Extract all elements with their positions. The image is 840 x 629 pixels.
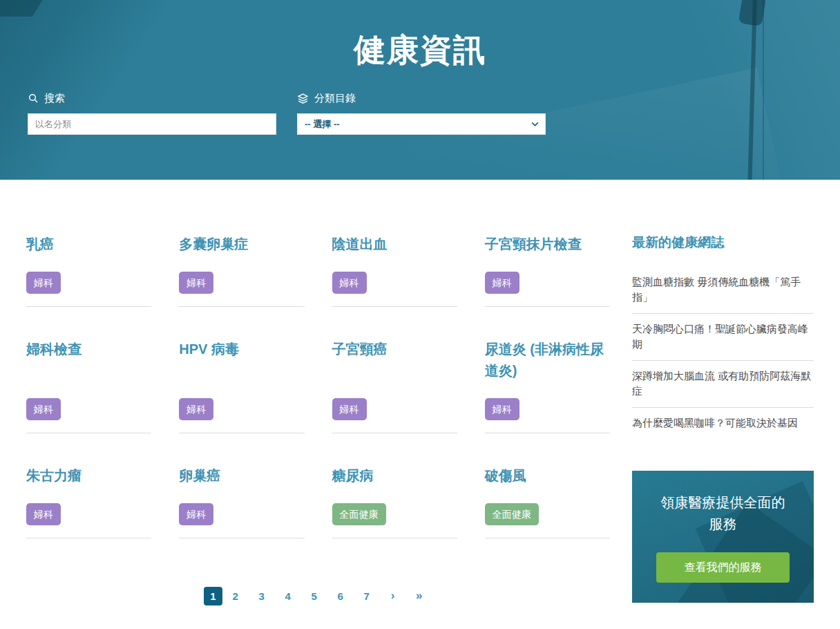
article-title-link[interactable]: 破傷風 (485, 465, 610, 487)
article-title-link[interactable]: 朱古力瘤 (26, 465, 151, 487)
blog-post-link[interactable]: 深蹲增加大腦血流 或有助預防阿茲海默症 (632, 360, 814, 407)
pagination-page-5[interactable]: 5 (301, 585, 327, 606)
category-badge[interactable]: 婦科 (485, 272, 519, 294)
card-divider (26, 433, 151, 433)
category-badge[interactable]: 全面健康 (332, 503, 386, 525)
article-card: 子宮頸抹片檢查 婦科 (485, 234, 610, 307)
pagination-next-button[interactable]: › (380, 585, 406, 606)
card-divider (332, 306, 457, 307)
article-card: 尿道炎 (非淋病性尿道炎) 婦科 (485, 339, 610, 433)
layers-icon (297, 93, 309, 104)
category-badge[interactable]: 婦科 (179, 272, 213, 294)
search-label: 搜索 (44, 92, 65, 105)
search-label-row: 搜索 (28, 91, 276, 106)
article-card: 多囊卵巢症 婦科 (179, 234, 304, 307)
card-divider (485, 306, 610, 307)
category-badge[interactable]: 婦科 (332, 398, 367, 420)
hero-photo-shape (0, 0, 45, 17)
article-card: 陰道出血 婦科 (332, 234, 457, 307)
hero-photo-shape (591, 0, 840, 180)
category-badge[interactable]: 婦科 (26, 503, 61, 525)
search-group: 搜索 (28, 91, 276, 135)
pagination-page-1-active[interactable]: 1 (204, 585, 222, 606)
pagination-page-2[interactable]: 2 (222, 585, 249, 606)
category-select[interactable]: -- 選擇 -- (297, 113, 546, 135)
blog-post-list: 監測血糖指數 毋須傳統血糖機「篤手指」 天冷胸悶心口痛！聖誕節心臟病發高峰期 深… (632, 267, 814, 439)
view-services-button[interactable]: 查看我們的服務 (656, 552, 790, 583)
article-title-link[interactable]: 糖尿病 (332, 465, 457, 487)
card-divider (26, 306, 151, 307)
hero-photo-shape (738, 0, 766, 26)
pagination-last-button[interactable]: » (406, 585, 432, 606)
page-title: 健康資訊 (0, 29, 840, 72)
page-body: 乳癌 婦科 多囊卵巢症 婦科 陰道出血 婦科 子宮頸抹片檢查 婦科 婦科檢查 (0, 234, 840, 606)
article-card: 糖尿病 全面健康 (332, 465, 457, 538)
search-input[interactable] (28, 113, 276, 135)
category-badge[interactable]: 婦科 (26, 398, 61, 420)
category-badge[interactable]: 婦科 (26, 272, 61, 294)
pagination-page-3[interactable]: 3 (249, 585, 275, 606)
article-title-link[interactable]: HPV 病毒 (179, 339, 304, 382)
blog-post-link[interactable]: 監測血糖指數 毋須傳統血糖機「篤手指」 (632, 267, 814, 313)
hero-photo-shape (0, 0, 191, 180)
pagination-page-4[interactable]: 4 (275, 585, 301, 606)
category-label: 分類目錄 (314, 92, 356, 105)
article-title-link[interactable]: 婦科檢查 (26, 339, 151, 382)
sidebar: 最新的健康網誌 監測血糖指數 毋須傳統血糖機「篤手指」 天冷胸悶心口痛！聖誕節心… (632, 234, 814, 606)
articles-section: 乳癌 婦科 多囊卵巢症 婦科 陰道出血 婦科 子宮頸抹片檢查 婦科 婦科檢查 (26, 234, 610, 606)
article-card: HPV 病毒 婦科 (179, 339, 304, 433)
article-title-link[interactable]: 子宮頸抹片檢查 (485, 234, 610, 255)
filter-controls: 搜索 分類目錄 -- 選擇 -- (28, 91, 546, 135)
article-card: 乳癌 婦科 (26, 234, 151, 307)
card-divider (485, 538, 610, 538)
article-title-link[interactable]: 尿道炎 (非淋病性尿道炎) (485, 339, 610, 382)
articles-grid: 乳癌 婦科 多囊卵巢症 婦科 陰道出血 婦科 子宮頸抹片檢查 婦科 婦科檢查 (26, 234, 610, 538)
article-card: 朱古力瘤 婦科 (26, 465, 151, 538)
card-divider (332, 538, 457, 538)
article-title-link[interactable]: 陰道出血 (332, 234, 457, 255)
card-divider (26, 538, 151, 538)
hero-photo-shape (763, 0, 764, 180)
pagination-page-6[interactable]: 6 (327, 585, 354, 606)
services-promo-card: 領康醫療提供全面的服務 查看我們的服務 (632, 471, 814, 603)
pagination-active-label[interactable]: 1 (204, 587, 222, 605)
article-card: 卵巢癌 婦科 (179, 465, 304, 538)
blog-post-link[interactable]: 為什麼愛喝黑咖啡？可能取決於基因 (632, 407, 814, 439)
card-divider (179, 433, 304, 433)
blog-post-link[interactable]: 天冷胸悶心口痛！聖誕節心臟病發高峰期 (632, 313, 814, 360)
category-badge[interactable]: 婦科 (332, 272, 367, 294)
article-card: 婦科檢查 婦科 (26, 339, 151, 433)
article-title-link[interactable]: 多囊卵巢症 (179, 234, 304, 255)
search-icon (28, 93, 39, 104)
category-badge[interactable]: 全面健康 (485, 503, 539, 525)
blog-section-heading: 最新的健康網誌 (632, 234, 814, 252)
card-divider (179, 306, 304, 307)
article-card: 子宮頸癌 婦科 (332, 339, 457, 433)
pagination: 1 2 3 4 5 6 7 › » (26, 585, 610, 606)
hero-photo-shape (747, 0, 757, 180)
category-badge[interactable]: 婦科 (485, 398, 519, 420)
card-divider (485, 433, 610, 433)
card-divider (179, 538, 304, 538)
promo-title: 領康醫療提供全面的服務 (632, 492, 814, 535)
hero-banner: 健康資訊 搜索 分類目錄 (0, 0, 840, 180)
category-label-row: 分類目錄 (297, 91, 546, 106)
pagination-page-7[interactable]: 7 (354, 585, 380, 606)
category-badge[interactable]: 婦科 (179, 503, 213, 525)
article-title-link[interactable]: 乳癌 (26, 234, 151, 255)
article-card: 破傷風 全面健康 (485, 465, 610, 538)
article-title-link[interactable]: 卵巢癌 (179, 465, 304, 487)
category-badge[interactable]: 婦科 (179, 398, 213, 420)
card-divider (332, 433, 457, 433)
category-group: 分類目錄 -- 選擇 -- (297, 91, 546, 135)
article-title-link[interactable]: 子宮頸癌 (332, 339, 457, 382)
